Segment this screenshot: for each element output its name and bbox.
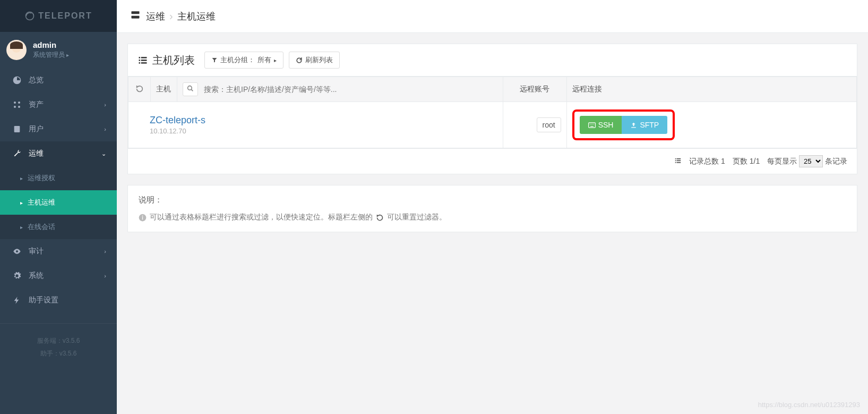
asset-icon bbox=[13, 100, 23, 109]
svg-rect-18 bbox=[677, 158, 681, 159]
user-role: 系统管理员 bbox=[33, 50, 69, 60]
watermark: https://blog.csdn.net/u012391293 bbox=[758, 401, 860, 409]
col-search bbox=[177, 77, 503, 102]
main: 运维 › 主机运维 主机列表 主机分组： 所有 ▸ bbox=[117, 0, 868, 414]
nav-ops[interactable]: 运维⌄ bbox=[0, 141, 117, 166]
svg-rect-8 bbox=[132, 16, 140, 19]
table-row: ZC-teleport-s 10.10.12.70 root bbox=[128, 102, 857, 148]
ssh-button[interactable]: SSH bbox=[580, 116, 622, 134]
gear-icon bbox=[13, 272, 23, 280]
filter-icon bbox=[211, 57, 218, 63]
reset-filter-header[interactable] bbox=[128, 77, 151, 102]
page-size-select[interactable]: 25 bbox=[799, 155, 823, 167]
col-host: 主机 bbox=[151, 77, 177, 102]
col-connect: 远程连接 bbox=[566, 77, 856, 102]
svg-point-4 bbox=[14, 106, 16, 108]
sftp-button[interactable]: SFTP bbox=[622, 116, 667, 134]
refresh-button[interactable]: 刷新列表 bbox=[289, 52, 340, 69]
svg-rect-17 bbox=[675, 158, 676, 159]
svg-rect-14 bbox=[141, 62, 147, 64]
logo: TELEPORT bbox=[0, 0, 117, 32]
nav-ops-session[interactable]: 在线会话 bbox=[0, 215, 117, 239]
nav-assist[interactable]: 助手设置 bbox=[0, 288, 117, 312]
svg-rect-10 bbox=[141, 57, 147, 58]
info-text: 可以通过表格标题栏进行搜索或过滤，以便快速定位。标题栏左侧的 可以重置过滤器。 bbox=[139, 213, 846, 222]
breadcrumb-sep: › bbox=[169, 10, 173, 22]
account-button[interactable]: root bbox=[537, 117, 561, 132]
server-icon bbox=[130, 10, 141, 23]
refresh-icon bbox=[296, 57, 303, 64]
eye-icon bbox=[13, 247, 23, 256]
undo-icon bbox=[376, 214, 384, 222]
info-panel: 说明： 可以通过表格标题栏进行搜索或过滤，以便快速定位。标题栏左侧的 可以重置过… bbox=[127, 185, 857, 232]
bolt-icon bbox=[13, 296, 23, 305]
info-icon bbox=[139, 214, 147, 222]
user-icon bbox=[13, 125, 23, 133]
breadcrumb: 运维 › 主机运维 bbox=[117, 0, 868, 33]
nav-asset[interactable]: 资产› bbox=[0, 92, 117, 117]
panel-title: 主机列表 bbox=[137, 53, 195, 67]
breadcrumb-a[interactable]: 运维 bbox=[146, 10, 165, 23]
svg-point-25 bbox=[142, 215, 143, 216]
sidebar: TELEPORT admin 系统管理员 总览 资产› 用户› 运维⌄ 运维授权… bbox=[0, 0, 117, 414]
nav-audit[interactable]: 审计› bbox=[0, 239, 117, 264]
svg-rect-24 bbox=[142, 217, 143, 219]
chevron-down-icon: ⌄ bbox=[101, 150, 106, 157]
app-name: TELEPORT bbox=[38, 11, 92, 21]
logo-icon bbox=[24, 11, 35, 21]
group-filter-button[interactable]: 主机分组： 所有 ▸ bbox=[204, 52, 283, 69]
version-info: 服务端：v3.5.6 助手：v3.5.6 bbox=[0, 323, 117, 370]
connection-highlight: SSH SFTP bbox=[572, 109, 675, 140]
chevron-right-icon: › bbox=[104, 102, 106, 108]
col-account: 远程账号 bbox=[503, 77, 566, 102]
upload-icon bbox=[630, 122, 637, 129]
svg-rect-7 bbox=[132, 11, 140, 14]
table-footer: 记录总数 1 页数 1/1 每页显示 25 条记录 bbox=[128, 148, 857, 174]
svg-point-2 bbox=[14, 102, 16, 104]
svg-rect-11 bbox=[139, 60, 141, 61]
nav-system[interactable]: 系统› bbox=[0, 264, 117, 288]
footer-list-icon bbox=[674, 157, 682, 166]
host-table: 主机 远程账号 远程连接 bbox=[128, 77, 857, 148]
svg-rect-6 bbox=[14, 126, 20, 132]
svg-rect-13 bbox=[139, 62, 141, 64]
user-block[interactable]: admin 系统管理员 bbox=[0, 32, 117, 68]
svg-rect-21 bbox=[675, 162, 676, 163]
keyboard-icon bbox=[588, 122, 596, 128]
chevron-right-icon: › bbox=[104, 273, 106, 279]
chevron-right-icon: › bbox=[104, 126, 106, 132]
svg-rect-9 bbox=[139, 57, 141, 58]
dashboard-icon bbox=[13, 76, 23, 85]
wrench-icon bbox=[13, 149, 23, 158]
search-icon[interactable] bbox=[183, 82, 198, 96]
search-input[interactable] bbox=[201, 82, 497, 96]
svg-rect-20 bbox=[677, 160, 681, 161]
svg-rect-19 bbox=[675, 160, 676, 161]
nav-ops-host[interactable]: 主机运维 bbox=[0, 190, 117, 215]
svg-rect-12 bbox=[141, 60, 147, 61]
host-list-panel: 主机列表 主机分组： 所有 ▸ 刷新列表 bbox=[127, 44, 857, 174]
undo-icon bbox=[135, 85, 144, 93]
username: admin bbox=[33, 40, 69, 49]
avatar bbox=[6, 40, 27, 60]
svg-point-5 bbox=[18, 106, 20, 108]
nav-menu: 总览 资产› 用户› 运维⌄ 运维授权 主机运维 在线会话 审计› 系统› 助手… bbox=[0, 68, 117, 312]
svg-point-3 bbox=[18, 102, 20, 104]
chevron-right-icon: › bbox=[104, 248, 106, 255]
svg-rect-16 bbox=[588, 122, 595, 127]
nav-user[interactable]: 用户› bbox=[0, 117, 117, 141]
host-ip: 10.10.12.70 bbox=[150, 127, 497, 135]
svg-point-15 bbox=[188, 86, 192, 90]
breadcrumb-b: 主机运维 bbox=[177, 10, 216, 23]
nav-ops-auth[interactable]: 运维授权 bbox=[0, 166, 117, 190]
svg-rect-22 bbox=[677, 162, 681, 163]
list-icon bbox=[137, 55, 148, 65]
chevron-right-icon: ▸ bbox=[274, 57, 277, 63]
info-title: 说明： bbox=[139, 195, 846, 205]
nav-overview[interactable]: 总览 bbox=[0, 68, 117, 92]
host-name[interactable]: ZC-teleport-s bbox=[150, 115, 497, 126]
